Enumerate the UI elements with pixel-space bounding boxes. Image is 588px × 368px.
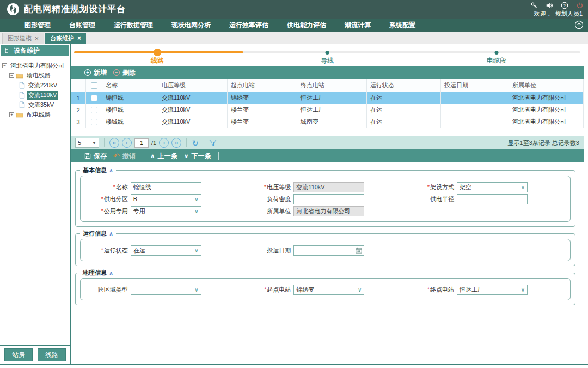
tree-node-transmission-lines[interactable]: − 输电线路 [2,70,70,80]
erection-select[interactable]: 架空 ∨ [457,182,528,192]
column-header-end-station: 终点电站 [297,79,367,92]
row-checkbox[interactable] [91,107,97,113]
grid-toolbar: + 新增 − 删除 [71,66,584,79]
table-header-row: 名称 电压等级 起点电站 终点电站 运行状态 投运日期 所属单位 [71,79,584,92]
menu-item-capacity-eval[interactable]: 供电能力评估 [278,19,335,32]
prev-record-button[interactable]: ∧ 上一条 [148,152,180,161]
menu-item-graphic-mgmt[interactable]: 图形管理 [15,19,60,32]
expand-toggle[interactable]: + [9,112,14,117]
step-dot-conductor[interactable] [326,51,329,55]
tree-icon [4,47,11,54]
start-station-select[interactable]: 锦绣变 ∨ [293,285,364,295]
chevron-down-icon: ▼ [92,141,96,146]
load-density-input[interactable] [293,194,364,204]
menu-item-grid-analysis[interactable]: 现状电网分析 [162,19,220,32]
page-size-select[interactable]: 5 ▼ [75,138,99,148]
last-page-button[interactable]: » [171,138,181,148]
document-icon [19,101,25,108]
status-select[interactable]: 在运 ∨ [131,245,201,256]
main-panel: 线路 导线 电缆段 + 新增 − 删除 名称 电压等级 起点电站 [71,44,584,364]
separator [77,69,77,76]
menu-item-efficiency-eval[interactable]: 运行效率评估 [220,19,278,32]
field-label-name: 名称 [81,183,128,191]
field-label-density: 负荷密度 [244,195,291,203]
menu-item-power-flow[interactable]: 潮流计算 [335,19,380,32]
separator [186,138,187,147]
table-row[interactable]: 1 锦恒线 交流110kV 锦绣变 恒达工厂 在运 河北省电力有限公司 [71,92,584,104]
username: 规划人员1 [555,10,583,17]
collapse-toggle[interactable]: − [2,63,7,68]
prev-page-button[interactable]: ‹ [122,138,132,148]
tree-node-ac220kv[interactable]: 交流220kV [2,80,70,90]
detail-toolbar: 保存 ↶ 撤销 ∧ 上一条 ∨ 下一条 [71,149,584,162]
tools-icon[interactable] [530,2,538,9]
close-icon[interactable]: × [77,35,81,41]
add-button[interactable]: + 新增 [82,68,109,77]
step-dot-cable-section[interactable] [495,51,499,55]
supply-radius-input[interactable] [457,194,528,204]
undo-button[interactable]: ↶ 撤销 [111,152,138,161]
refresh-icon[interactable]: ↻ [192,139,199,147]
field-label-public: 公用专用 [81,207,128,215]
station-button[interactable]: 站房 [4,348,33,361]
row-checkbox[interactable] [91,95,97,101]
plus-circle-icon: + [84,69,91,76]
chevron-down-icon: ∨ [184,153,189,160]
delete-button[interactable]: − 删除 [111,68,138,77]
tree-node-distribution-lines[interactable]: + 配电线路 [2,110,70,119]
close-icon[interactable]: × [35,35,39,42]
step-label-conductor[interactable]: 导线 [321,56,334,65]
step-label-line[interactable]: 线路 [151,56,164,65]
column-header-name: 名称 [102,79,158,92]
detail-form: 基本信息 ∧ 名称 电压等级 交流110kV 架设 [71,162,584,364]
field-label-end-station: 终点电站 [407,286,454,294]
tree-node-ac110kv[interactable]: 交流110kV [2,90,70,100]
public-private-select[interactable]: 专用 ∨ [131,206,201,216]
separator [218,152,219,160]
separator [143,69,143,76]
tab-ledger-maintenance[interactable]: 台账维护 × [45,33,86,44]
collapse-up-icon[interactable] [574,20,584,32]
tree-node-company[interactable]: − 河北省电力有限公司 [2,61,70,70]
collapse-icon[interactable]: ∧ [109,167,113,173]
field-label-commission-date: 投运日期 [244,246,291,255]
name-input[interactable] [131,182,201,192]
step-label-cable-section[interactable]: 电缆段 [487,56,506,65]
line-button[interactable]: 线路 [38,348,66,361]
page-total: /1 [151,140,156,146]
next-page-button[interactable]: › [159,138,169,148]
cross-region-select[interactable]: ∨ [131,285,201,295]
power-icon[interactable] [576,2,584,9]
row-number-header [71,79,86,92]
tab-graphic-modeling[interactable]: 图形建模 × [2,33,44,44]
supply-zone-select[interactable]: B ∨ [131,194,201,204]
menu-item-system-config[interactable]: 系统配置 [380,19,425,32]
tree-node-ac35kv[interactable]: 交流35kV [2,100,70,110]
table-row[interactable]: 2 楼恒线 交流110kV 楼兰变 恒达工厂 在运 河北省电力有限公司 [71,104,584,116]
select-all-checkbox[interactable] [91,82,97,89]
menu-item-operation-data[interactable]: 运行数据管理 [105,19,162,32]
page-input[interactable] [134,138,149,148]
collapse-icon[interactable]: ∧ [109,270,113,276]
svg-text:?: ? [564,3,566,8]
row-checkbox[interactable] [91,119,97,125]
filter-icon[interactable] [209,139,217,147]
main-menu: 图形管理 台账管理 运行数据管理 现状电网分析 运行效率评估 供电能力评估 潮流… [0,19,588,32]
save-button[interactable]: 保存 [82,152,109,161]
next-record-button[interactable]: ∨ 下一条 [182,152,213,161]
end-station-select[interactable]: 恒达工厂 ∨ [457,285,528,295]
help-icon[interactable]: ? [561,2,568,9]
menu-item-ledger-mgmt[interactable]: 台账管理 [60,19,105,32]
first-page-button[interactable]: « [109,138,119,148]
field-label-erection: 架设方式 [407,183,454,191]
collapse-toggle[interactable]: − [9,73,14,78]
table-row[interactable]: 3 楼城线 交流110kV 楼兰变 城南变 在运 河北省电力有限公司 [71,116,584,128]
sound-icon[interactable] [546,2,553,9]
collapse-icon[interactable]: ∧ [109,231,113,237]
app-header: 配电网精准规划设计平台 ? [0,0,588,19]
step-dot-line[interactable] [154,49,161,56]
calendar-icon[interactable] [356,247,362,254]
chevron-down-icon: ∨ [194,287,198,293]
commission-date-input[interactable] [293,245,364,256]
select-all-cell [86,79,102,92]
